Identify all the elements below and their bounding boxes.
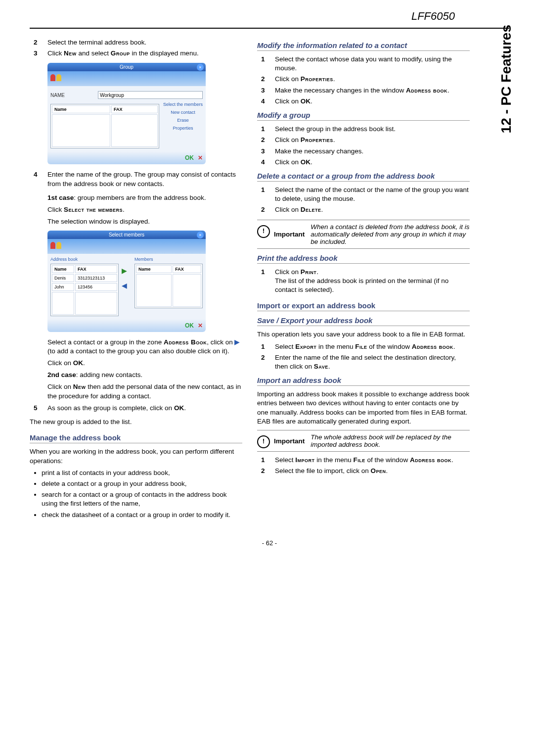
dialog2-band	[47, 239, 206, 254]
erase-button[interactable]: Erase	[163, 118, 203, 123]
dialog-titlebar: Group ×	[47, 63, 206, 71]
select-members-button[interactable]: Select the members	[163, 102, 203, 107]
import-heading: Import an address book	[257, 376, 470, 386]
dialog2-footer: OK✕	[47, 319, 206, 332]
dialog-footer: OK✕	[47, 151, 206, 164]
delete-heading: Delete a contact or a group from the add…	[257, 172, 470, 182]
case2-intro: 2nd case: adding new contacts.	[47, 371, 242, 379]
important-text: The whole address book will be replaced …	[311, 433, 470, 448]
case1-select-para: Select a contact or a group in the zone …	[47, 338, 242, 356]
modify-info-steps: Select the contact whose data you want t…	[257, 55, 470, 106]
new-contact-button[interactable]: New contact	[163, 110, 203, 115]
modify-group-steps: Select the group in the address book lis…	[257, 125, 470, 167]
name-input[interactable]	[98, 91, 203, 99]
step: Select Import in the menu File of the wi…	[275, 456, 470, 465]
warning-icon: !	[257, 225, 270, 238]
header-model: LFF6050	[30, 10, 509, 23]
step: Select the contact whose data you want t…	[275, 55, 470, 73]
abook-col-fax: FAX	[75, 265, 117, 273]
case1-click-ok: Click on OK.	[47, 359, 242, 368]
after-step5: The new group is added to the list.	[30, 418, 242, 426]
select-members-dialog: Select members × Address book NameFAX	[47, 231, 206, 332]
dialog2-titlebar: Select members ×	[47, 231, 206, 239]
page: LFF6050 12 - PC Features Select the term…	[0, 0, 534, 756]
properties-button[interactable]: Properties	[163, 126, 203, 131]
step: Select the group in the address book lis…	[275, 125, 470, 134]
step: Make the necessary changes in the window…	[275, 86, 470, 95]
impexp-heading: Import or export an address book	[257, 301, 470, 311]
case1-click: Click Select the members.	[47, 205, 242, 214]
ok-button[interactable]: OK	[185, 154, 194, 161]
ok-button[interactable]: OK	[185, 322, 194, 329]
save-steps: Select Export in the menu File of the wi…	[257, 342, 470, 372]
header-rule	[30, 28, 509, 29]
dialog-band	[47, 71, 206, 86]
step-5-list: As soon as the group is complete, click …	[30, 404, 242, 413]
arrow-left-icon[interactable]: ◀	[122, 282, 132, 291]
step: Select the name of the contact or the na…	[275, 186, 470, 203]
step: Click on OK.	[275, 158, 470, 167]
table-row[interactable]: John123456	[52, 283, 117, 291]
case1-selwin: The selection window is displayed.	[47, 217, 242, 226]
cancel-icon[interactable]: ✕	[198, 154, 203, 161]
name-row: NAME	[50, 91, 203, 99]
print-steps: Click on Print.The list of the address b…	[257, 268, 470, 295]
important-note-2: ! Important The whole address book will …	[257, 430, 470, 452]
case1-intro: 1st case: group members are from the add…	[47, 193, 242, 202]
dialog2-title: Select members	[109, 232, 144, 237]
step-5: As soon as the group is complete, click …	[47, 404, 242, 413]
save-intro: This operation lets you save your addres…	[257, 330, 470, 339]
step-3: Click New and select Group in the displa…	[47, 49, 242, 58]
close-icon[interactable]: ×	[197, 232, 204, 238]
people-icon	[50, 242, 62, 251]
close-icon[interactable]: ×	[197, 64, 204, 71]
table-row[interactable]: Denis33123123113	[52, 274, 117, 282]
abook-col-name: Name	[52, 265, 74, 273]
warning-icon: !	[257, 435, 270, 448]
important-note-1: ! Important When a contact is deleted fr…	[257, 220, 470, 249]
col-name: Name	[52, 105, 110, 113]
col-fax: FAX	[111, 105, 158, 113]
case2-body: Click on New then add the personal data …	[47, 382, 242, 400]
members-table2[interactable]: NameFAX	[134, 264, 203, 308]
side-buttons: Select the members New contact Erase Pro…	[163, 102, 203, 131]
abook-label: Address book	[50, 257, 119, 262]
delete-steps: Select the name of the contact or the na…	[257, 186, 470, 215]
people-icon	[50, 74, 62, 83]
cancel-icon[interactable]: ✕	[198, 322, 203, 329]
members-table: NameFAX	[50, 104, 159, 148]
name-label: NAME	[50, 93, 95, 98]
manage-intro: When you are working in the address book…	[30, 447, 242, 465]
dialog-body: NAME NameFAX Select the members New cont…	[47, 86, 206, 151]
content-columns: Select the terminal address book. Click …	[30, 36, 509, 524]
right-column: Modify the information related to a cont…	[257, 36, 470, 524]
modify-group-heading: Modify a group	[257, 111, 470, 121]
important-text: When a contact is deleted from the addre…	[311, 223, 470, 245]
members-label: Members	[134, 257, 203, 262]
steps-2-3: Select the terminal address book. Click …	[30, 38, 242, 58]
arrow-right-icon[interactable]: ▶	[122, 267, 132, 277]
step: Click on Properties.	[275, 136, 470, 144]
manage-heading: Manage the address book	[30, 433, 242, 443]
step: Select Export in the menu File of the wi…	[275, 342, 470, 351]
group-dialog: Group × NAME NameFAX	[47, 63, 206, 164]
step: Click on OK.	[275, 97, 470, 106]
save-heading: Save / Export your address book	[257, 316, 470, 326]
step-4: Enter the name of the group. The group m…	[47, 170, 242, 188]
print-heading: Print the address book	[257, 254, 470, 264]
modify-info-heading: Modify the information related to a cont…	[257, 41, 470, 51]
step: Enter the name of the file and select th…	[275, 353, 470, 371]
dialog2-body: Address book NameFAX Denis33123123113 Jo…	[47, 254, 206, 319]
step: Click on Properties.	[275, 75, 470, 84]
list-item: search for a contact or a group of conta…	[42, 490, 242, 508]
chapter-tab: 12 - PC Features	[498, 25, 514, 133]
left-column: Select the terminal address book. Click …	[30, 36, 242, 524]
list-item: check the datasheet of a contact or a gr…	[42, 511, 242, 520]
list-item: print a list of contacts in your address…	[42, 469, 242, 477]
abook-table[interactable]: NameFAX Denis33123123113 John123456	[50, 264, 119, 316]
mem-col-fax: FAX	[173, 265, 201, 273]
list-item: delete a contact or a group in your addr…	[42, 479, 242, 488]
important-label: Important	[274, 437, 305, 445]
mem-col-name: Name	[136, 265, 172, 273]
dialog-title: Group	[120, 64, 134, 70]
